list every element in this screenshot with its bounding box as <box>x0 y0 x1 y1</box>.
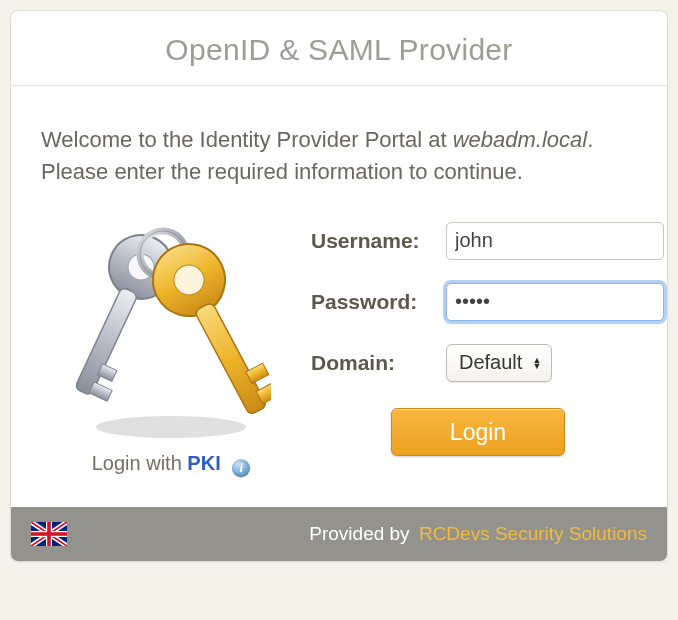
domain-value: Default <box>459 351 522 374</box>
pki-label: PKI <box>187 452 220 474</box>
username-row: Username: <box>311 222 664 260</box>
button-row: Login <box>311 408 664 456</box>
svg-rect-5 <box>89 382 112 401</box>
domain-select[interactable]: Default ▲▼ <box>446 344 552 382</box>
card-body: Welcome to the Identity Provider Portal … <box>11 86 667 507</box>
password-label: Password: <box>311 290 446 314</box>
footer-provided: Provided by <box>309 523 409 544</box>
intro-host: webadm.local <box>453 127 588 152</box>
card-footer: Provided by RCDevs Security Solutions <box>11 507 667 561</box>
left-column: Login with PKI i <box>41 222 301 477</box>
username-label: Username: <box>311 229 446 253</box>
card-header: OpenID & SAML Provider <box>11 11 667 86</box>
username-input[interactable] <box>446 222 664 260</box>
footer-text: Provided by RCDevs Security Solutions <box>309 523 647 545</box>
footer-vendor-link[interactable]: RCDevs Security Solutions <box>419 523 647 544</box>
domain-row: Domain: Default ▲▼ <box>311 344 664 382</box>
login-form: Username: Password: Domain: Default <box>301 222 664 477</box>
intro-text: Welcome to the Identity Provider Portal … <box>41 124 637 188</box>
password-input[interactable] <box>446 283 664 321</box>
login-with-pki[interactable]: Login with PKI i <box>41 452 301 477</box>
login-button[interactable]: Login <box>391 408 565 456</box>
info-icon[interactable]: i <box>232 459 250 477</box>
select-arrows-icon: ▲▼ <box>532 357 541 369</box>
svg-point-0 <box>96 416 246 438</box>
language-flag-uk[interactable] <box>31 522 67 546</box>
intro-prefix: Welcome to the Identity Provider Portal … <box>41 127 453 152</box>
content-row: Login with PKI i Username: Password: <box>41 222 637 477</box>
pki-prefix: Login with <box>92 452 188 474</box>
password-row: Password: <box>311 283 664 321</box>
svg-rect-3 <box>75 287 139 396</box>
login-card: OpenID & SAML Provider Welcome to the Id… <box>10 10 668 562</box>
svg-rect-17 <box>31 532 67 536</box>
svg-rect-10 <box>194 302 267 416</box>
page-title: OpenID & SAML Provider <box>11 33 667 67</box>
domain-label: Domain: <box>311 351 446 375</box>
keys-icon <box>71 222 271 442</box>
intro-suffix: . <box>587 127 593 152</box>
intro-line2: Please enter the required information to… <box>41 159 523 184</box>
